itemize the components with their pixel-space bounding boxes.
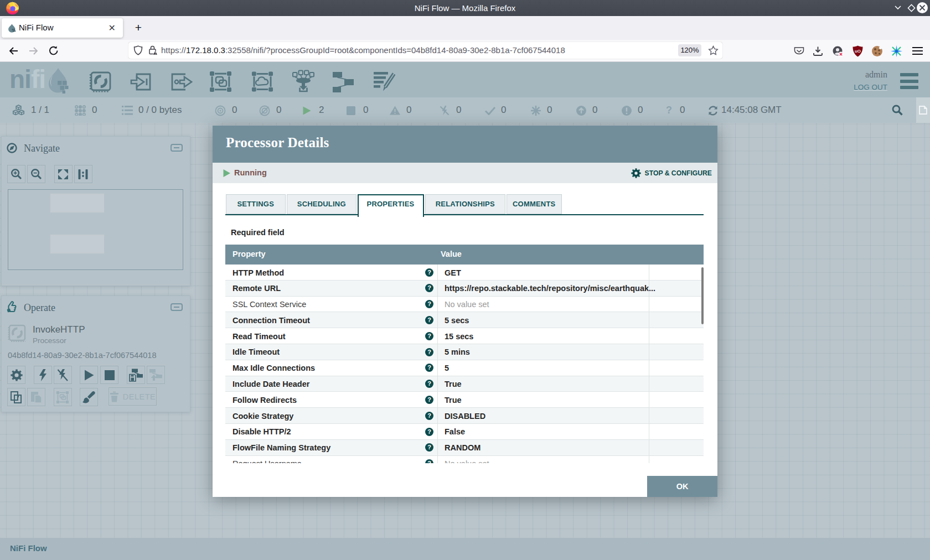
svg-text:uO: uO xyxy=(855,49,861,54)
